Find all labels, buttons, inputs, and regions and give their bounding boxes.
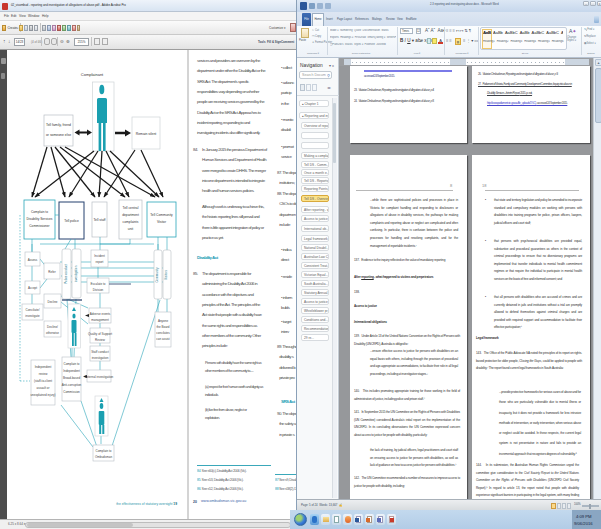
svg-text:unit: unit: [128, 227, 133, 231]
svg-text:or someone else: or someone else: [46, 133, 71, 137]
svg-text:Tell police: Tell police: [64, 219, 79, 223]
svg-text:unexplained injury): unexplained injury): [30, 393, 55, 397]
svg-text:Commission: Commission: [63, 390, 80, 394]
svg-text:Adverse events: Adverse events: [90, 312, 111, 316]
svg-text:Assess: Assess: [28, 258, 38, 262]
svg-text:Escalate to: Escalate to: [91, 282, 106, 286]
svg-text:Ombudsman: Ombudsman: [95, 455, 113, 459]
svg-text:investigation: investigation: [74, 265, 78, 282]
svg-text:Visitor: Visitor: [157, 220, 167, 224]
svg-text:Decline: Decline: [47, 300, 57, 304]
svg-text:concilates: concilates: [156, 331, 170, 335]
svg-text:Accept: Accept: [28, 286, 37, 290]
svg-text:management: management: [91, 318, 109, 322]
svg-text:Tell Community: Tell Community: [150, 213, 173, 217]
svg-text:assault or: assault or: [36, 386, 49, 390]
svg-text:Complainant: Complainant: [81, 72, 104, 77]
svg-text:Decline/: Decline/: [47, 325, 58, 329]
svg-text:Complain to: Complain to: [31, 210, 48, 214]
svg-text:otherwise: otherwise: [46, 331, 59, 335]
svg-text:(staff-to-client: (staff-to-client: [34, 379, 52, 383]
svg-text:Remain silent: Remain silent: [136, 132, 157, 136]
svg-text:complaints: complaints: [123, 220, 139, 224]
svg-text:report: report: [96, 260, 104, 264]
svg-text:department: department: [122, 213, 139, 217]
svg-text:Disability Services: Disability Services: [27, 217, 53, 221]
svg-text:the effectiveness of statutory: the effectiveness of statutory oversight…: [116, 502, 177, 506]
svg-text:Incident: Incident: [94, 254, 105, 258]
svg-text:can assist: can assist: [156, 337, 170, 341]
svg-text:Visitors: Visitors: [164, 270, 168, 280]
svg-text:Review: Review: [95, 338, 106, 342]
svg-text:Staff conduct: Staff conduct: [91, 350, 109, 354]
svg-text:Community: Community: [155, 267, 159, 283]
svg-text:Independent: Independent: [63, 369, 80, 373]
svg-text:Division: Division: [93, 288, 104, 292]
svg-text:the Board: the Board: [156, 325, 169, 329]
svg-text:Complain to: Complain to: [63, 362, 79, 366]
svg-text:Broad-based: Broad-based: [63, 376, 81, 380]
svg-text:Tell central: Tell central: [123, 206, 139, 210]
svg-text:Police conduct: Police conduct: [64, 264, 68, 284]
svg-text:Tell family, friend: Tell family, friend: [46, 123, 71, 127]
svg-text:Commissioner: Commissioner: [29, 224, 50, 228]
svg-text:Anti-corruption: Anti-corruption: [62, 383, 82, 387]
svg-text:Refer: Refer: [48, 270, 55, 274]
svg-text:Independent: Independent: [35, 365, 52, 369]
svg-text:External investigation: External investigation: [85, 375, 114, 379]
svg-text:investigate: investigate: [25, 314, 40, 318]
svg-text:Conciliate/: Conciliate/: [25, 308, 39, 312]
svg-text:investigation: investigation: [92, 356, 109, 360]
svg-text:Quality of Support: Quality of Support: [88, 332, 112, 336]
svg-text:Tell staff: Tell staff: [93, 218, 105, 222]
svg-text:Complain to: Complain to: [95, 449, 111, 453]
svg-text:Anyone: Anyone: [158, 319, 169, 323]
svg-text:review: review: [39, 372, 49, 376]
